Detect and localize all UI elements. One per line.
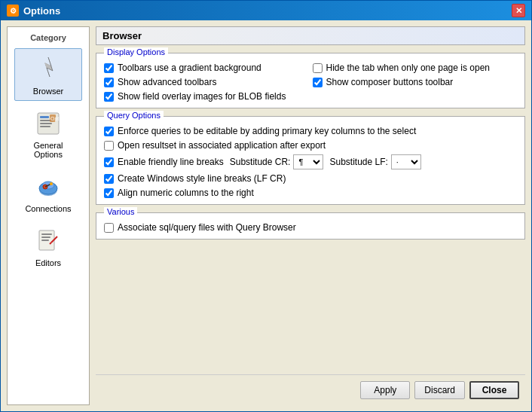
sidebar-item-connections[interactable]: Connections	[14, 166, 82, 218]
sidebar-general-label: General Options	[18, 141, 78, 159]
cb-enforce-label: Enforce queries to be editable by adding…	[118, 126, 416, 136]
sidebar-item-general[interactable]: Opt General Options	[14, 102, 82, 164]
window-icon: ⚙	[7, 5, 19, 17]
apply-button[interactable]: Apply	[360, 381, 410, 399]
svg-rect-17	[41, 237, 50, 238]
svg-rect-5	[40, 123, 52, 124]
svg-rect-3	[40, 116, 49, 118]
substitute-cr-select[interactable]: ¶ \n \r	[293, 154, 323, 169]
cb-friendly[interactable]	[104, 157, 114, 167]
cb-hide-tab-label: Hide the tab when only one page is open	[326, 63, 491, 73]
cb-hide-tab[interactable]	[313, 63, 323, 73]
checkbox-composer: Show composer buttons toolbar	[313, 77, 518, 87]
cb-friendly-label: Enable friendly line breaks	[118, 157, 224, 167]
sidebar-editors-label: Editors	[35, 258, 61, 267]
display-options-section: Display Options Toolbars use a gradient …	[96, 53, 525, 108]
cb-align-label: Align numeric columns to the right	[118, 188, 254, 198]
display-options-legend: Display Options	[104, 47, 168, 56]
cb-composer-label: Show composer buttons toolbar	[326, 77, 454, 87]
cb-composer[interactable]	[313, 78, 323, 87]
cb-gradient-label: Toolbars use a gradient background	[118, 63, 261, 73]
substitute-cr-label: Substitude CR:	[230, 157, 291, 167]
checkbox-align: Align numeric columns to the right	[104, 188, 517, 198]
sidebar-item-editors[interactable]: Editors	[14, 220, 82, 273]
editors-icon	[32, 225, 64, 257]
sidebar-connections-label: Connections	[25, 204, 71, 213]
checkbox-advanced: Show advanced toolbars	[104, 77, 309, 87]
cb-open-label: Open resultset in associated application…	[118, 140, 326, 151]
cb-advanced-label: Show advanced toolbars	[118, 77, 216, 87]
close-button[interactable]: Close	[469, 381, 519, 399]
checkbox-open: Open resultset in associated application…	[104, 140, 517, 151]
svg-rect-6	[40, 126, 50, 127]
svg-line-21	[50, 243, 51, 244]
panel-title: Browser	[96, 26, 525, 45]
content-area: Category Browser	[1, 20, 531, 411]
friendly-row: Enable friendly line breaks Substitude C…	[104, 154, 517, 169]
cb-associate[interactable]	[104, 223, 114, 233]
svg-text:Opt: Opt	[50, 116, 59, 122]
cb-advanced[interactable]	[104, 78, 114, 87]
cb-windows-label: Create Windows style line breaks (LF CR)	[118, 173, 286, 184]
bottom-bar: Apply Discard Close	[96, 374, 525, 405]
connections-icon	[32, 171, 64, 203]
main-panel: Browser Display Options Toolbars use a g…	[96, 26, 525, 405]
various-section: Various Associate sql/query files with Q…	[96, 212, 525, 240]
sidebar-header: Category	[30, 30, 66, 47]
svg-point-14	[50, 182, 53, 185]
cb-overlay-label: Show field overlay images for BLOB field…	[118, 91, 286, 102]
svg-rect-18	[41, 240, 49, 241]
checkbox-hide-tab: Hide the tab when only one page is open	[313, 63, 518, 73]
general-icon: Opt	[32, 108, 64, 139]
query-options-section: Query Options Enforce queries to be edit…	[96, 116, 525, 205]
sidebar: Category Browser	[7, 26, 90, 405]
cb-enforce[interactable]	[104, 127, 114, 136]
query-options-legend: Query Options	[104, 111, 164, 120]
cb-gradient[interactable]	[104, 63, 114, 73]
window-close-button[interactable]: ✕	[512, 4, 525, 17]
cb-associate-label: Associate sql/query files with Query Bro…	[118, 222, 296, 233]
checkbox-overlay: Show field overlay images for BLOB field…	[104, 91, 309, 102]
checkbox-gradient: Toolbars use a gradient background	[104, 63, 309, 73]
checkbox-windows: Create Windows style line breaks (LF CR)	[104, 173, 517, 184]
sidebar-browser-label: Browser	[33, 87, 63, 96]
svg-rect-16	[41, 233, 52, 235]
titlebar: ⚙ Options ✕	[1, 1, 531, 20]
options-window: ⚙ Options ✕ Category	[0, 0, 532, 412]
checkbox-associate: Associate sql/query files with Query Bro…	[104, 222, 517, 233]
sidebar-item-browser[interactable]: Browser	[14, 48, 82, 101]
substitute-lf-label: Substitude LF:	[329, 157, 387, 167]
cb-overlay[interactable]	[104, 92, 114, 102]
checkbox-enforce: Enforce queries to be editable by adding…	[104, 126, 517, 136]
cb-open[interactable]	[104, 141, 114, 151]
cb-windows[interactable]	[104, 174, 114, 184]
substitute-lf-select[interactable]: · \n \r	[391, 154, 421, 169]
cb-align[interactable]	[104, 188, 114, 198]
various-legend: Various	[104, 207, 137, 216]
browser-icon	[32, 53, 64, 85]
window-title: Options	[23, 5, 60, 17]
discard-button[interactable]: Discard	[414, 381, 465, 399]
